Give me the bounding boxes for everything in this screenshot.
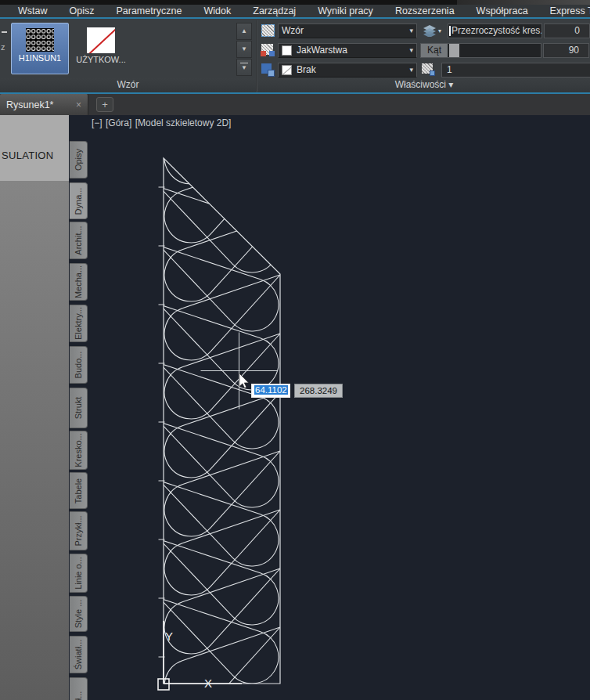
model-space-canvas[interactable]: X Y <box>0 0 590 700</box>
ucs-axis-labels: X Y <box>165 630 212 690</box>
dynamic-input-y-value: 268.3249 <box>300 386 337 395</box>
ucs-y-label: Y <box>165 630 173 643</box>
dynamic-input-y-field[interactable]: 268.3249 <box>294 384 343 398</box>
hatch-pattern-loops <box>160 99 280 700</box>
mouse-cursor-icon <box>239 373 249 388</box>
autocad-window: WstawOpiszParametryczneWidokZarządzajWyn… <box>0 0 590 700</box>
dynamic-input-x-value: 64.1102 <box>254 385 288 395</box>
ucs-x-label: X <box>204 677 212 690</box>
dynamic-input-x-field[interactable]: 64.1102 <box>251 384 290 398</box>
